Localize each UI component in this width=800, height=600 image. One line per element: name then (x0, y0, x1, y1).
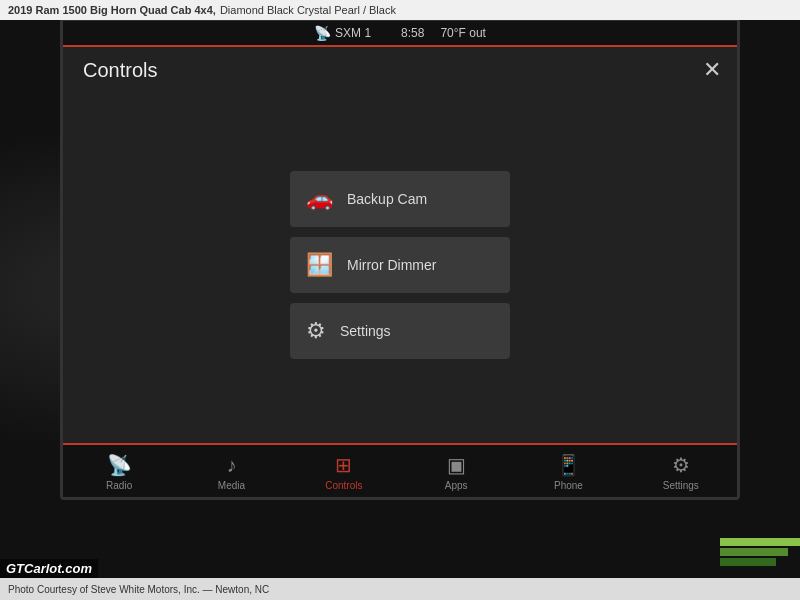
channel-label: SXM 1 (335, 26, 371, 40)
media-nav-icon: ♪ (226, 454, 236, 477)
mirror-dimmer-label: Mirror Dimmer (347, 257, 436, 273)
apps-nav-label: Apps (445, 480, 468, 491)
settings-nav-label: Settings (663, 480, 699, 491)
phone-nav-label: Phone (554, 480, 583, 491)
settings-label: Settings (340, 323, 391, 339)
color-info: Diamond Black Crystal Pearl / Black (220, 4, 396, 16)
radio-nav-label: Radio (106, 480, 132, 491)
close-button[interactable]: ✕ (703, 57, 721, 83)
photo-credit-text: Photo Courtesy of Steve White Motors, In… (8, 584, 269, 595)
satellite-icon: 📡 (314, 25, 331, 41)
settings-icon: ⚙ (306, 318, 326, 344)
corner-decoration (720, 538, 800, 578)
nav-radio[interactable]: 📡 Radio (89, 453, 149, 491)
settings-button[interactable]: ⚙ Settings (290, 303, 510, 359)
controls-nav-label: Controls (325, 480, 362, 491)
media-nav-label: Media (218, 480, 245, 491)
nav-controls[interactable]: ⊞ Controls (314, 453, 374, 491)
phone-nav-icon: 📱 (556, 453, 581, 477)
radio-status: 📡 SXM 1 (314, 25, 371, 41)
controls-title: Controls (83, 59, 717, 82)
nav-media[interactable]: ♪ Media (201, 454, 261, 491)
nav-phone[interactable]: 📱 Phone (538, 453, 598, 491)
backup-cam-button[interactable]: 🚗 Backup Cam (290, 171, 510, 227)
controls-panel: 🚗 Backup Cam 🪟 Mirror Dimmer ⚙ Settings (83, 98, 717, 431)
gtcarlot-watermark: GTCarlot.com (0, 559, 98, 578)
mirror-dimmer-button[interactable]: 🪟 Mirror Dimmer (290, 237, 510, 293)
clock-display: 8:58 (401, 26, 424, 40)
controls-nav-icon: ⊞ (335, 453, 352, 477)
car-title: 2019 Ram 1500 Big Horn Quad Cab 4x4, (8, 4, 216, 16)
photo-credit-bar: Photo Courtesy of Steve White Motors, In… (0, 578, 800, 600)
temperature-display: 70°F out (440, 26, 486, 40)
main-content-area: Controls ✕ 🚗 Backup Cam 🪟 Mirror Dimmer (63, 47, 737, 443)
mirror-dimmer-icon: 🪟 (306, 252, 333, 278)
settings-nav-icon: ⚙ (672, 453, 690, 477)
apps-nav-icon: ▣ (447, 453, 466, 477)
time-temp-group: 8:58 70°F out (401, 26, 486, 40)
nav-bar: 📡 Radio ♪ Media ⊞ Controls ▣ Apps 📱 Phon… (63, 443, 737, 497)
backup-cam-label: Backup Cam (347, 191, 427, 207)
nav-apps[interactable]: ▣ Apps (426, 453, 486, 491)
status-bar: 📡 SXM 1 8:58 70°F out (63, 21, 737, 47)
backup-cam-icon: 🚗 (306, 186, 333, 212)
top-info-bar: 2019 Ram 1500 Big Horn Quad Cab 4x4, Dia… (0, 0, 800, 20)
infotainment-screen: 📡 SXM 1 8:58 70°F out Controls ✕ 🚗 Backu… (60, 18, 740, 500)
radio-nav-icon: 📡 (107, 453, 132, 477)
nav-settings[interactable]: ⚙ Settings (651, 453, 711, 491)
